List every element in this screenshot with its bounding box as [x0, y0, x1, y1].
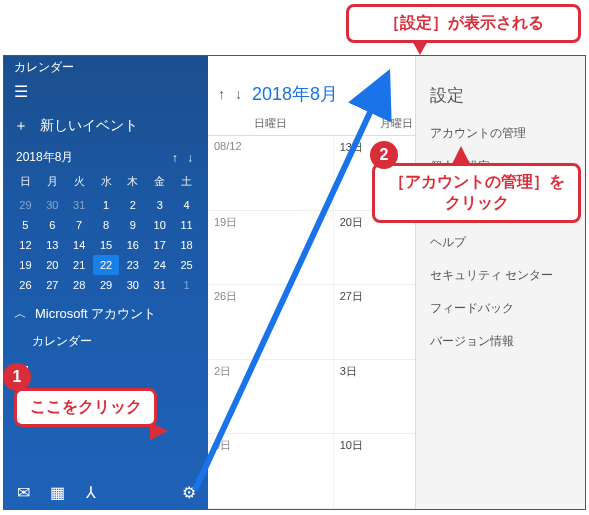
- mini-week-row: 2930311234: [12, 195, 200, 215]
- mini-day-cell[interactable]: 30: [119, 275, 146, 295]
- mini-day-cell[interactable]: 4: [173, 195, 200, 215]
- mini-dow-cell: 日: [12, 170, 39, 195]
- mini-day-cell[interactable]: 11: [173, 215, 200, 235]
- mini-day-cell[interactable]: 28: [66, 275, 93, 295]
- mini-day-cell[interactable]: 10: [146, 215, 173, 235]
- mini-day-cell[interactable]: 25: [173, 255, 200, 275]
- mini-day-cell[interactable]: 29: [93, 275, 120, 295]
- new-event-label: 新しいイベント: [40, 117, 138, 135]
- mini-dow-cell: 火: [66, 170, 93, 195]
- calendar-icon[interactable]: ▦: [48, 483, 66, 501]
- next-month-button[interactable]: ↓: [235, 86, 242, 102]
- day-cell[interactable]: 08/12: [208, 136, 334, 210]
- step-badge-1: 1: [3, 363, 31, 391]
- settings-gear-button[interactable]: ⚙: [180, 483, 198, 501]
- mini-day-cell[interactable]: 15: [93, 235, 120, 255]
- sidebar: カレンダー ☰ ＋ 新しいイベント 2018年8月 ↑ ↓ 日月火水木金土 29…: [4, 56, 208, 509]
- mini-day-cell[interactable]: 13: [39, 235, 66, 255]
- callout-click-here: ここをクリック: [14, 388, 157, 427]
- mini-dow-cell: 木: [119, 170, 146, 195]
- mini-dow-cell: 金: [146, 170, 173, 195]
- mini-day-cell[interactable]: 14: [66, 235, 93, 255]
- mini-day-cell[interactable]: 20: [39, 255, 66, 275]
- mini-day-cell[interactable]: 16: [119, 235, 146, 255]
- mini-day-cell[interactable]: 26: [12, 275, 39, 295]
- add-calendar-row[interactable]: [4, 356, 208, 390]
- day-cell[interactable]: 26日: [208, 285, 334, 359]
- callout-settings-shown: ［設定］が表示される: [346, 4, 581, 43]
- mini-day-cell[interactable]: 23: [119, 255, 146, 275]
- settings-item[interactable]: バージョン情報: [416, 325, 585, 358]
- account-label: Microsoft アカウント: [35, 305, 156, 323]
- chevron-up-icon: ︿: [14, 305, 27, 323]
- hamburger-button[interactable]: ☰: [4, 78, 208, 109]
- calendar-app-window: カレンダー ☰ ＋ 新しいイベント 2018年8月 ↑ ↓ 日月火水木金土 29…: [3, 55, 586, 510]
- mini-day-cell[interactable]: 9: [119, 215, 146, 235]
- day-cell[interactable]: 2日: [208, 360, 334, 434]
- account-toggle[interactable]: ︿ Microsoft アカウント: [4, 295, 208, 327]
- calendar-main: — □ × ↑ ↓ 2018年8月 日曜日月曜日火曜日 08/1213日14日1…: [208, 56, 585, 509]
- mini-day-cell[interactable]: 2: [119, 195, 146, 215]
- mini-week-row: 567891011: [12, 215, 200, 235]
- mini-day-cell[interactable]: 3: [146, 195, 173, 215]
- callout-line: クリック: [387, 193, 566, 214]
- settings-item[interactable]: フィードバック: [416, 292, 585, 325]
- app-title: カレンダー: [4, 56, 208, 78]
- mini-dow-cell: 水: [93, 170, 120, 195]
- mini-week-row: 12131415161718: [12, 235, 200, 255]
- mini-day-cell[interactable]: 18: [173, 235, 200, 255]
- mini-day-cell[interactable]: 12: [12, 235, 39, 255]
- settings-item[interactable]: ヘルプ: [416, 226, 585, 259]
- sidebar-bottom-bar: ✉ ▦ ⅄ ⚙: [4, 475, 208, 509]
- mini-day-cell[interactable]: 22: [93, 255, 120, 275]
- mini-day-cell[interactable]: 31: [66, 195, 93, 215]
- mini-calendar: 日月火水木金土 29303112345678910111213141516171…: [4, 170, 208, 295]
- mini-dow-cell: 土: [173, 170, 200, 195]
- weekday-cell: 日曜日: [208, 112, 334, 135]
- mini-day-cell[interactable]: 29: [12, 195, 39, 215]
- mini-month-label: 2018年8月: [16, 149, 73, 166]
- settings-item[interactable]: セキュリティ センター: [416, 259, 585, 292]
- callout-click-account-manage: ［アカウントの管理］を クリック: [372, 163, 581, 223]
- mini-calendar-header: 2018年8月 ↑ ↓: [4, 145, 208, 170]
- mini-day-cell[interactable]: 19: [12, 255, 39, 275]
- callout-line: ［アカウントの管理］を: [387, 172, 566, 193]
- settings-title: 設定: [416, 56, 585, 117]
- mini-day-cell[interactable]: 24: [146, 255, 173, 275]
- day-cell[interactable]: 9日: [208, 434, 334, 508]
- mini-day-cell[interactable]: 1: [93, 195, 120, 215]
- new-event-button[interactable]: ＋ 新しいイベント: [4, 109, 208, 145]
- mini-week-row: 19202122232425: [12, 255, 200, 275]
- main-month-label[interactable]: 2018年8月: [252, 82, 338, 106]
- mini-day-cell[interactable]: 8: [93, 215, 120, 235]
- mini-dow-cell: 月: [39, 170, 66, 195]
- day-cell[interactable]: 19日: [208, 211, 334, 285]
- mini-day-cell[interactable]: 1: [173, 275, 200, 295]
- mini-day-cell[interactable]: 17: [146, 235, 173, 255]
- calendar-item[interactable]: カレンダー: [4, 327, 208, 356]
- mail-icon[interactable]: ✉: [14, 483, 32, 501]
- mini-day-cell[interactable]: 21: [66, 255, 93, 275]
- mini-day-cell[interactable]: 5: [12, 215, 39, 235]
- callout-arrow-icon: [452, 146, 470, 164]
- settings-panel: 設定 アカウントの管理個人用設定新機能ヘルプセキュリティ センターフィードバック…: [415, 56, 585, 509]
- step-badge-2: 2: [370, 141, 398, 169]
- mini-day-cell[interactable]: 31: [146, 275, 173, 295]
- people-icon[interactable]: ⅄: [82, 483, 100, 501]
- mini-day-cell[interactable]: 30: [39, 195, 66, 215]
- settings-item-account-manage[interactable]: アカウントの管理: [416, 117, 585, 150]
- mini-day-cell[interactable]: 27: [39, 275, 66, 295]
- plus-icon: ＋: [14, 117, 28, 135]
- mini-next-button[interactable]: ↓: [184, 151, 196, 165]
- mini-day-cell[interactable]: 7: [66, 215, 93, 235]
- mini-prev-button[interactable]: ↑: [169, 151, 181, 165]
- prev-month-button[interactable]: ↑: [218, 86, 225, 102]
- mini-day-cell[interactable]: 6: [39, 215, 66, 235]
- mini-week-row: 2627282930311: [12, 275, 200, 295]
